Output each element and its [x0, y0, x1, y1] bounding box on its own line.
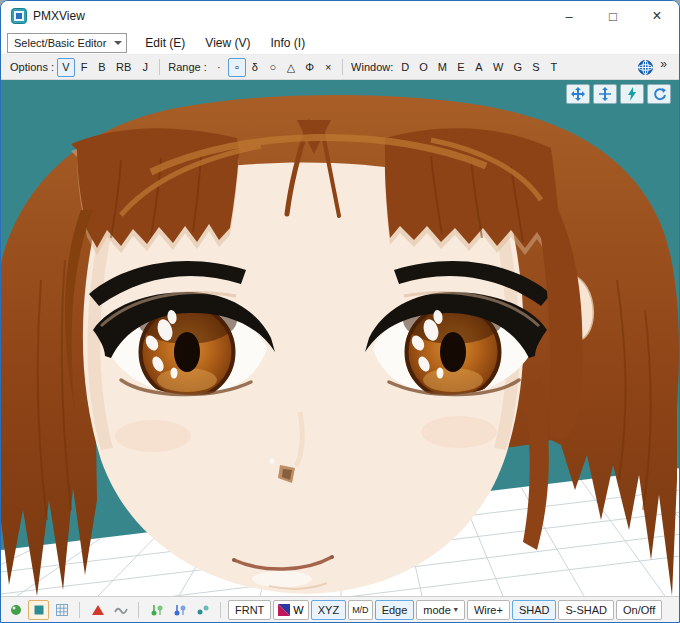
view-gizmo-icon	[637, 59, 654, 76]
viewport-panel	[1, 80, 679, 596]
onoff-button[interactable]: On/Off	[616, 600, 662, 620]
app-icon	[11, 8, 27, 24]
separator	[138, 602, 139, 618]
range-x-button[interactable]: ×	[319, 58, 337, 77]
minimize-button[interactable]: –	[547, 1, 591, 31]
teal-handles-icon[interactable]	[192, 600, 213, 620]
status-bar: FRNT W XYZ M/D Edge mode ▾ Wire+ SHAD S-…	[1, 596, 679, 622]
range-label: Range :	[168, 61, 207, 73]
shading-button[interactable]: SHAD	[512, 600, 557, 620]
range-triangle-button[interactable]: △	[282, 58, 300, 77]
window-s-button[interactable]: S	[527, 58, 545, 77]
separator	[342, 59, 343, 75]
window-d-button[interactable]: D	[396, 58, 414, 77]
option-rb-button[interactable]: RB	[111, 58, 136, 77]
range-box-button[interactable]: ▫	[228, 58, 246, 77]
menu-view[interactable]: View (V)	[195, 33, 260, 53]
blue-handles-icon[interactable]	[169, 600, 190, 620]
maximize-button[interactable]: □	[591, 1, 635, 31]
toolbar: Options : V F B RB J Range : · ▫ δ ○ △ Φ…	[1, 55, 679, 80]
option-face-button[interactable]: F	[75, 58, 93, 77]
separator	[159, 59, 160, 75]
front-view-button[interactable]: FRNT	[228, 600, 271, 620]
blush-right	[421, 416, 497, 448]
window-group-label: Window:	[351, 61, 393, 73]
editor-mode-label: Select/Basic Editor	[14, 37, 106, 49]
window-m-button[interactable]: M	[433, 58, 452, 77]
toolbar-overflow-button[interactable]: »	[656, 57, 673, 77]
options-label: Options :	[10, 61, 54, 73]
viewport-speed-button[interactable]	[620, 84, 644, 104]
view-gizmo-button[interactable]	[634, 57, 656, 77]
viewport-dolly-button[interactable]	[593, 84, 617, 104]
wave-icon[interactable]	[110, 600, 131, 620]
triangle-icon[interactable]	[87, 600, 108, 620]
editor-mode-selector[interactable]: Select/Basic Editor	[7, 33, 127, 53]
polygon-icon[interactable]	[28, 600, 49, 620]
pmxview-window: PMXView – □ × Select/Basic Editor Edit (…	[0, 0, 680, 623]
edge-toggle-button[interactable]: Edge	[375, 600, 415, 620]
mode-caret-icon: ▾	[454, 605, 458, 614]
title-bar[interactable]: PMXView – □ ×	[1, 1, 679, 31]
self-shadow-button[interactable]: S-SHAD	[558, 600, 614, 620]
vertex-color-swatch	[278, 604, 290, 616]
separator	[79, 602, 80, 618]
option-joint-button[interactable]: J	[136, 58, 154, 77]
range-delta-button[interactable]: δ	[246, 58, 264, 77]
bolt-icon	[625, 87, 639, 101]
menu-bar: Select/Basic Editor Edit (E) View (V) In…	[1, 31, 679, 55]
range-phi-button[interactable]: Φ	[300, 58, 319, 77]
viewport-rotate-button[interactable]	[647, 84, 671, 104]
viewport-pan-button[interactable]	[566, 84, 590, 104]
3d-viewport[interactable]	[1, 80, 679, 596]
rotate-icon	[652, 87, 666, 101]
xyz-axis-button[interactable]: XYZ	[311, 600, 346, 620]
window-o-button[interactable]: O	[414, 58, 433, 77]
mode-dropdown[interactable]: mode ▾	[416, 600, 465, 620]
md-toggle-button[interactable]: M/D	[348, 600, 373, 620]
close-button[interactable]: ×	[635, 1, 679, 31]
dolly-icon	[598, 87, 612, 101]
window-w-button[interactable]: W	[488, 58, 508, 77]
pan-icon	[571, 87, 585, 101]
window-a-button[interactable]: A	[470, 58, 488, 77]
points-icon[interactable]	[5, 600, 26, 620]
option-vertex-button[interactable]: V	[57, 58, 75, 77]
range-point-button[interactable]: ·	[210, 58, 228, 77]
blush-left	[115, 420, 191, 452]
window-g-button[interactable]: G	[508, 58, 527, 77]
menu-edit[interactable]: Edit (E)	[135, 33, 195, 53]
grid-icon[interactable]	[51, 600, 72, 620]
wire-toggle-button[interactable]: Wire+	[467, 600, 510, 620]
window-e-button[interactable]: E	[452, 58, 470, 77]
separator	[220, 602, 221, 618]
green-handles-icon[interactable]	[146, 600, 167, 620]
weight-label: W	[293, 604, 303, 616]
option-bone-button[interactable]: B	[93, 58, 111, 77]
viewport-nav-buttons	[566, 84, 671, 104]
vertex-color-button[interactable]: W	[273, 600, 308, 620]
range-circle-button[interactable]: ○	[264, 58, 282, 77]
dropdown-caret-icon	[114, 41, 122, 45]
window-title: PMXView	[33, 9, 547, 23]
mode-label: mode	[423, 604, 451, 616]
window-t-button[interactable]: T	[545, 58, 563, 77]
menu-info[interactable]: Info (I)	[260, 33, 315, 53]
